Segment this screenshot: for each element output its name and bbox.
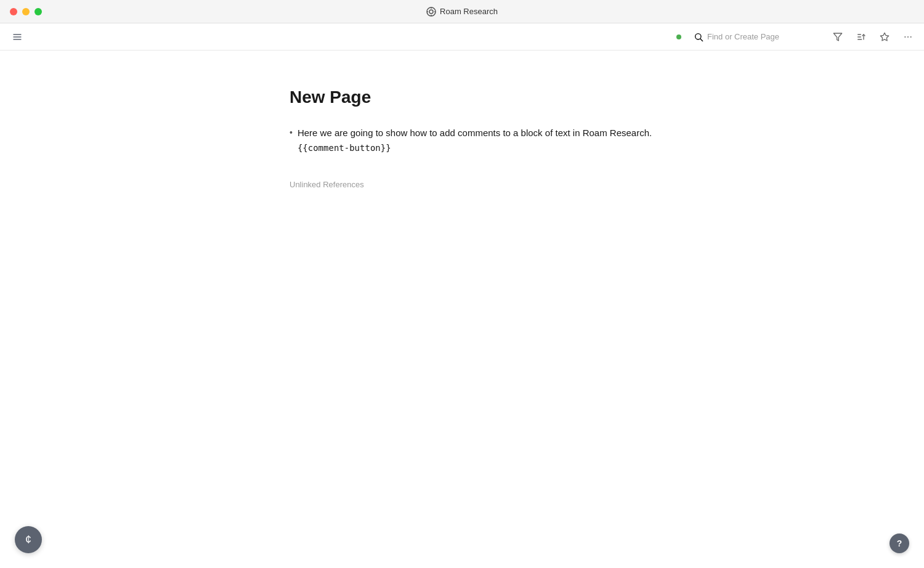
minimize-button[interactable] (22, 8, 30, 15)
more-icon (903, 32, 913, 42)
avatar-icon: ¢ (25, 534, 31, 546)
toolbar-left (7, 27, 27, 47)
filter-button[interactable] (829, 28, 846, 46)
block-text[interactable]: Here we are going to show how to add com… (298, 126, 659, 155)
block-bullet[interactable]: • (290, 128, 293, 137)
unlinked-references-label: Unlinked References (290, 180, 659, 189)
more-button[interactable] (899, 28, 917, 46)
toolbar: Find or Create Page (0, 23, 924, 51)
svg-marker-16 (880, 33, 888, 41)
svg-point-0 (427, 7, 436, 16)
star-icon (880, 32, 890, 42)
svg-point-19 (910, 36, 912, 38)
close-button[interactable] (10, 8, 17, 15)
svg-point-2 (431, 7, 432, 9)
help-button[interactable]: ? (890, 534, 909, 553)
block-list: • Here we are going to show how to add c… (290, 126, 659, 155)
search-placeholder-text: Find or Create Page (707, 32, 779, 41)
main-content: New Page • Here we are going to show how… (0, 51, 924, 568)
user-avatar-button[interactable]: ¢ (15, 526, 42, 553)
app-title: Roam Research (440, 7, 498, 16)
titlebar-center: Roam Research (426, 7, 498, 17)
star-button[interactable] (876, 28, 893, 46)
svg-point-18 (907, 36, 909, 38)
page-title[interactable]: New Page (290, 87, 659, 107)
svg-point-3 (431, 15, 432, 16)
svg-point-1 (429, 10, 433, 14)
filter-icon (833, 32, 843, 42)
search-bar[interactable]: Find or Create Page (687, 30, 823, 44)
maximize-button[interactable] (34, 8, 42, 15)
sort-button[interactable] (853, 28, 870, 46)
toolbar-right: Find or Create Page (676, 28, 917, 46)
sidebar-toggle-button[interactable] (7, 27, 27, 47)
traffic-lights (10, 8, 42, 15)
block-item: • Here we are going to show how to add c… (290, 126, 659, 155)
svg-marker-11 (833, 33, 841, 41)
svg-point-4 (427, 11, 428, 12)
titlebar: Roam Research (0, 0, 924, 23)
help-icon: ? (897, 538, 902, 548)
search-icon (694, 32, 703, 42)
page-container: New Page • Here we are going to show how… (240, 51, 684, 214)
comment-button-code: {{comment-button}} (298, 143, 391, 153)
roam-logo-icon (426, 7, 436, 17)
hamburger-icon (12, 32, 22, 42)
sort-icon (856, 32, 866, 42)
svg-point-17 (904, 36, 906, 38)
svg-point-5 (434, 11, 436, 12)
sync-status-dot (676, 34, 681, 39)
svg-line-10 (700, 39, 703, 41)
